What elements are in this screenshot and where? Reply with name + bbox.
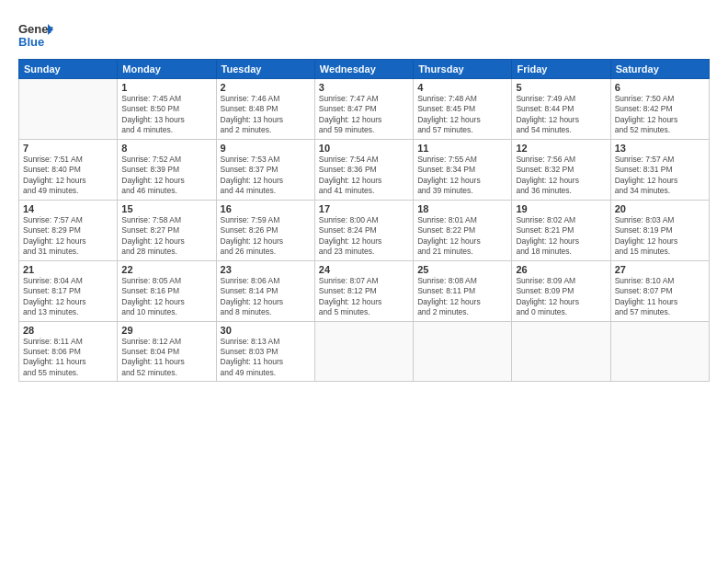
day-info: Sunrise: 7:56 AMSunset: 8:32 PMDaylight:… [516, 155, 606, 197]
weekday-header-friday: Friday [512, 60, 610, 79]
calendar-week-row: 14Sunrise: 7:57 AMSunset: 8:29 PMDayligh… [19, 200, 710, 260]
calendar-cell: 14Sunrise: 7:57 AMSunset: 8:29 PMDayligh… [19, 200, 118, 260]
calendar-week-row: 28Sunrise: 8:11 AMSunset: 8:06 PMDayligh… [19, 321, 710, 382]
day-info: Sunrise: 8:00 AMSunset: 8:24 PMDaylight:… [319, 215, 409, 258]
day-info: Sunrise: 7:46 AMSunset: 8:48 PMDaylight:… [221, 94, 311, 136]
day-number: 4 [417, 82, 507, 93]
day-number: 10 [319, 143, 409, 154]
day-info: Sunrise: 8:07 AMSunset: 8:12 PMDaylight:… [319, 276, 409, 318]
calendar-cell: 17Sunrise: 8:00 AMSunset: 8:24 PMDayligh… [314, 200, 413, 260]
day-info: Sunrise: 8:12 AMSunset: 8:04 PMDaylight:… [121, 337, 211, 379]
day-number: 5 [516, 82, 606, 93]
day-number: 9 [221, 143, 311, 154]
calendar-cell: 27Sunrise: 8:10 AMSunset: 8:07 PMDayligh… [610, 260, 709, 321]
day-number: 17 [319, 203, 409, 214]
day-number: 2 [221, 82, 311, 93]
day-number: 13 [615, 143, 705, 154]
day-info: Sunrise: 7:58 AMSunset: 8:27 PMDaylight:… [121, 215, 211, 258]
day-info: Sunrise: 7:54 AMSunset: 8:36 PMDaylight:… [319, 155, 409, 197]
day-info: Sunrise: 8:04 AMSunset: 8:17 PMDaylight:… [23, 276, 113, 318]
calendar-week-row: 1Sunrise: 7:45 AMSunset: 8:50 PMDaylight… [19, 79, 710, 140]
day-number: 30 [221, 325, 311, 336]
calendar-cell: 7Sunrise: 7:51 AMSunset: 8:40 PMDaylight… [19, 139, 118, 200]
logo-icon: General Blue [18, 17, 53, 52]
calendar-cell: 30Sunrise: 8:13 AMSunset: 8:03 PMDayligh… [216, 321, 314, 382]
day-number: 14 [23, 203, 113, 214]
calendar-cell: 5Sunrise: 7:49 AMSunset: 8:44 PMDaylight… [512, 79, 610, 140]
weekday-header-thursday: Thursday [414, 60, 512, 79]
calendar-cell: 20Sunrise: 8:03 AMSunset: 8:19 PMDayligh… [610, 200, 709, 260]
weekday-header-monday: Monday [118, 60, 216, 79]
day-number: 8 [121, 143, 211, 154]
calendar-cell: 13Sunrise: 7:57 AMSunset: 8:31 PMDayligh… [610, 139, 709, 200]
weekday-header-saturday: Saturday [610, 60, 709, 79]
calendar-cell: 21Sunrise: 8:04 AMSunset: 8:17 PMDayligh… [19, 260, 118, 321]
day-info: Sunrise: 8:09 AMSunset: 8:09 PMDaylight:… [516, 276, 606, 318]
svg-text:Blue: Blue [18, 35, 44, 49]
day-number: 15 [121, 203, 211, 214]
day-number: 6 [615, 82, 705, 93]
day-number: 24 [319, 264, 409, 275]
calendar-cell: 28Sunrise: 8:11 AMSunset: 8:06 PMDayligh… [19, 321, 118, 382]
day-number: 20 [615, 203, 705, 214]
day-number: 19 [516, 203, 606, 214]
day-info: Sunrise: 8:03 AMSunset: 8:19 PMDaylight:… [615, 215, 705, 258]
day-number: 27 [615, 264, 705, 275]
calendar-cell: 26Sunrise: 8:09 AMSunset: 8:09 PMDayligh… [512, 260, 610, 321]
calendar-cell [610, 321, 709, 382]
calendar-cell: 9Sunrise: 7:53 AMSunset: 8:37 PMDaylight… [216, 139, 314, 200]
calendar-week-row: 21Sunrise: 8:04 AMSunset: 8:17 PMDayligh… [19, 260, 710, 321]
day-number: 16 [221, 203, 311, 214]
calendar-cell [314, 321, 413, 382]
calendar-cell: 2Sunrise: 7:46 AMSunset: 8:48 PMDaylight… [216, 79, 314, 140]
day-number: 12 [516, 143, 606, 154]
day-info: Sunrise: 8:13 AMSunset: 8:03 PMDaylight:… [221, 337, 311, 379]
calendar-cell: 16Sunrise: 7:59 AMSunset: 8:26 PMDayligh… [216, 200, 314, 260]
calendar-cell: 19Sunrise: 8:02 AMSunset: 8:21 PMDayligh… [512, 200, 610, 260]
calendar-cell: 18Sunrise: 8:01 AMSunset: 8:22 PMDayligh… [414, 200, 512, 260]
day-info: Sunrise: 7:52 AMSunset: 8:39 PMDaylight:… [121, 155, 211, 197]
calendar-cell: 24Sunrise: 8:07 AMSunset: 8:12 PMDayligh… [314, 260, 413, 321]
day-info: Sunrise: 7:57 AMSunset: 8:31 PMDaylight:… [615, 155, 705, 197]
day-number: 3 [319, 82, 409, 93]
weekday-header-row: SundayMondayTuesdayWednesdayThursdayFrid… [19, 60, 710, 79]
calendar-cell: 22Sunrise: 8:05 AMSunset: 8:16 PMDayligh… [118, 260, 216, 321]
day-info: Sunrise: 7:50 AMSunset: 8:42 PMDaylight:… [615, 94, 705, 136]
day-info: Sunrise: 7:51 AMSunset: 8:40 PMDaylight:… [23, 155, 113, 197]
day-info: Sunrise: 7:49 AMSunset: 8:44 PMDaylight:… [516, 94, 606, 136]
day-number: 29 [121, 325, 211, 336]
day-info: Sunrise: 7:45 AMSunset: 8:50 PMDaylight:… [121, 94, 211, 136]
day-info: Sunrise: 7:53 AMSunset: 8:37 PMDaylight:… [221, 155, 311, 197]
weekday-header-sunday: Sunday [19, 60, 118, 79]
calendar-cell: 3Sunrise: 7:47 AMSunset: 8:47 PMDaylight… [314, 79, 413, 140]
calendar-cell: 29Sunrise: 8:12 AMSunset: 8:04 PMDayligh… [118, 321, 216, 382]
calendar-cell [512, 321, 610, 382]
calendar-cell: 11Sunrise: 7:55 AMSunset: 8:34 PMDayligh… [414, 139, 512, 200]
calendar-cell: 8Sunrise: 7:52 AMSunset: 8:39 PMDaylight… [118, 139, 216, 200]
day-number: 21 [23, 264, 113, 275]
calendar-cell [414, 321, 512, 382]
weekday-header-tuesday: Tuesday [216, 60, 314, 79]
day-number: 26 [516, 264, 606, 275]
logo: General Blue [18, 17, 53, 52]
day-info: Sunrise: 8:05 AMSunset: 8:16 PMDaylight:… [121, 276, 211, 318]
day-number: 18 [417, 203, 507, 214]
day-info: Sunrise: 8:10 AMSunset: 8:07 PMDaylight:… [615, 276, 705, 318]
day-number: 25 [417, 264, 507, 275]
calendar-cell: 1Sunrise: 7:45 AMSunset: 8:50 PMDaylight… [118, 79, 216, 140]
weekday-header-wednesday: Wednesday [314, 60, 413, 79]
day-number: 28 [23, 325, 113, 336]
day-number: 1 [121, 82, 211, 93]
page: General Blue SundayMondayTuesdayWednesda… [0, 0, 728, 563]
day-number: 23 [221, 264, 311, 275]
day-info: Sunrise: 7:57 AMSunset: 8:29 PMDaylight:… [23, 215, 113, 258]
calendar-cell: 10Sunrise: 7:54 AMSunset: 8:36 PMDayligh… [314, 139, 413, 200]
header: General Blue [18, 17, 710, 52]
calendar-cell: 25Sunrise: 8:08 AMSunset: 8:11 PMDayligh… [414, 260, 512, 321]
day-info: Sunrise: 8:06 AMSunset: 8:14 PMDaylight:… [221, 276, 311, 318]
day-number: 22 [121, 264, 211, 275]
day-number: 7 [23, 143, 113, 154]
day-info: Sunrise: 7:48 AMSunset: 8:45 PMDaylight:… [417, 94, 507, 136]
day-info: Sunrise: 8:02 AMSunset: 8:21 PMDaylight:… [516, 215, 606, 258]
day-info: Sunrise: 7:47 AMSunset: 8:47 PMDaylight:… [319, 94, 409, 136]
